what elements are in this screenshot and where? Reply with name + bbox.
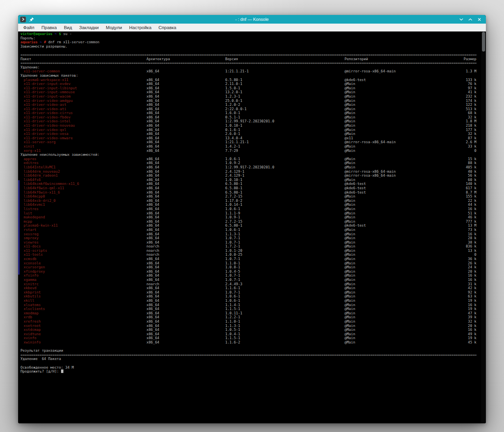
terminal-area[interactable]: victor@aquarius ~ $ su -Пароль: aquarius… [18,31,486,423]
table-cell: @Main [345,232,355,236]
table-cell: 56 k [422,174,476,178]
terminal-cursor[interactable] [61,369,63,373]
table-cell: 1.0.14-1 [225,203,242,207]
table-cell: 16 k [422,232,476,236]
table-cell: 1.17.0-2 [225,199,242,203]
table-cell: 13.4.0-4 [225,136,242,140]
menu-view[interactable]: Вид [60,24,76,31]
package-row: xstdcmapx86_641.0.5-1@Main16 k [20,328,476,332]
package-row: lib64kf6win-x11_6x86_646.5.80-1@kde6-tes… [20,190,476,195]
konsole-window: - : dnf — Konsole ФайлПравкаВидЗакладкиМ… [18,15,486,423]
table-cell: @kde6-test [345,182,366,186]
table-cell: x11-driver-video-vmware [24,136,73,140]
table-cell: @Main [345,324,355,328]
table-cell: 0 [422,253,476,257]
table-cell: 1.0.7-1 [225,278,240,282]
separator-line: ========================================… [20,61,476,65]
table-cell: @mirror-rosa-x86_64-main [345,174,396,178]
table-cell: 6.5.80-1 [225,223,242,228]
table-cell: @Main [345,261,355,266]
table-cell: 8.7 M [422,190,476,195]
table-cell: x86_64 [146,149,159,153]
table-cell: 2.4.129-1 [225,174,245,178]
table-cell: x86_64 [146,340,159,345]
table-cell: 0 [422,149,476,153]
table-cell: Удаление неиспользуемых зависимостей: [20,153,99,157]
table-cell: 155 k [422,194,476,199]
table-cell: 1:21.1.21-1 [225,140,249,144]
table-cell: 32 k [422,319,476,324]
table-cell: 2.6 M [422,140,476,144]
maximize-button[interactable] [467,17,473,22]
table-cell: @Main [345,220,355,224]
table-cell: sessreg [24,232,39,236]
table-cell: x86_64 [146,161,159,165]
package-row: x11-driver-video-nouveaux86_641.0.18-1@M… [20,124,476,128]
table-cell: 1.0.7-1 [225,240,240,245]
table-cell: x86_64 [146,136,159,140]
table-cell: xgamma [24,278,37,282]
pin-icon[interactable] [29,17,34,22]
table-cell: 6.5.80-1 [225,78,242,82]
table-cell: @Main [345,253,355,257]
table-cell: 1.0.4-1 [225,332,240,336]
menu-file[interactable]: Файл [20,24,38,31]
separator-line: ========================================… [20,53,476,57]
table-cell: @Main [345,178,355,182]
menu-edit[interactable]: Правка [38,24,60,31]
table-cell: x11-driver-video-fbdev [24,115,70,120]
menu-plugins[interactable]: Модули [102,24,126,31]
package-row: xvinfox86_641.1.5-1@Main19 k [20,336,476,340]
package-row: xconsolex86_641.1.0-1@Main26 k [20,261,476,266]
scrollbar-thumb[interactable] [482,32,485,52]
table-cell: @Main [345,211,355,216]
table-cell: @Main [345,273,355,278]
section-label: Удаление неиспользуемых зависимостей: [20,153,476,157]
table-cell: 1.7.2-1 [225,244,240,249]
table-cell: @Main [345,311,355,316]
table-cell: @Main [345,257,355,261]
table-cell: xwininfo [24,340,41,345]
table-cell: xrefresh [24,319,41,324]
table-cell: Удаление: [20,65,40,70]
table-cell: 1.2.3-1 [225,94,240,99]
table-cell: @Main [345,265,355,270]
close-button[interactable] [476,17,482,22]
table-cell: @Main [345,194,355,199]
table-cell: noarch [146,282,159,286]
table-cell: xvinfo [24,336,37,340]
table-cell: 60 k [422,178,476,182]
titlebar[interactable]: - : dnf — Konsole [18,15,486,24]
table-cell: 218 k [422,124,476,128]
table-cell: editres [24,161,39,165]
package-row: x11-driver-input-libinputx86_641.5.0-1@M… [20,86,476,90]
table-cell: x11-docs [24,244,41,249]
package-row: plasma6-kwin-x11x86_646.5.80-1@kde6-test… [20,223,476,228]
table-cell: x86_64 [146,124,159,128]
table-cell: xsetroot [24,324,41,328]
table-cell: 1.2.2-1 [225,315,240,319]
table-cell: @Main [345,128,355,132]
table-cell: @Main [345,303,355,307]
minimize-button[interactable] [458,17,464,22]
package-row: x11-toolsnoarch1.0.0-25@Main0 [20,253,476,257]
table-cell: @Main [345,240,355,245]
table-cell: x86_64 [146,228,159,232]
terminal-line: Пароль: [20,36,476,41]
terminal-scrollbar[interactable] [481,31,486,423]
table-cell: x86_64 [146,311,159,316]
table-cell: 1:21.1.21-1 [225,69,249,74]
package-row: xcmsdbx86_641.0.7-1@Main36 k [20,257,476,261]
menu-bookmarks[interactable]: Закладки [76,24,102,31]
menu-settings[interactable]: Настройка [126,24,155,31]
table-cell: x86_64 [146,261,159,266]
menu-help[interactable]: Справка [155,24,180,31]
table-cell: 16 k [422,207,476,211]
table-cell: 1.0.6-1 [225,157,240,161]
separator-line: ========================================… [20,353,476,357]
table-cell: 1.0.10-1 [225,178,242,182]
package-row: x11-driver-video-cirrusx86_641.6.0-1@Mai… [20,111,476,115]
table-cell: x11-driver-video-amdgpu [24,99,73,103]
package-row: xkbevdx86_641.1.6-1@Main42 k [20,286,476,290]
table-cell: 42 k [422,286,476,290]
